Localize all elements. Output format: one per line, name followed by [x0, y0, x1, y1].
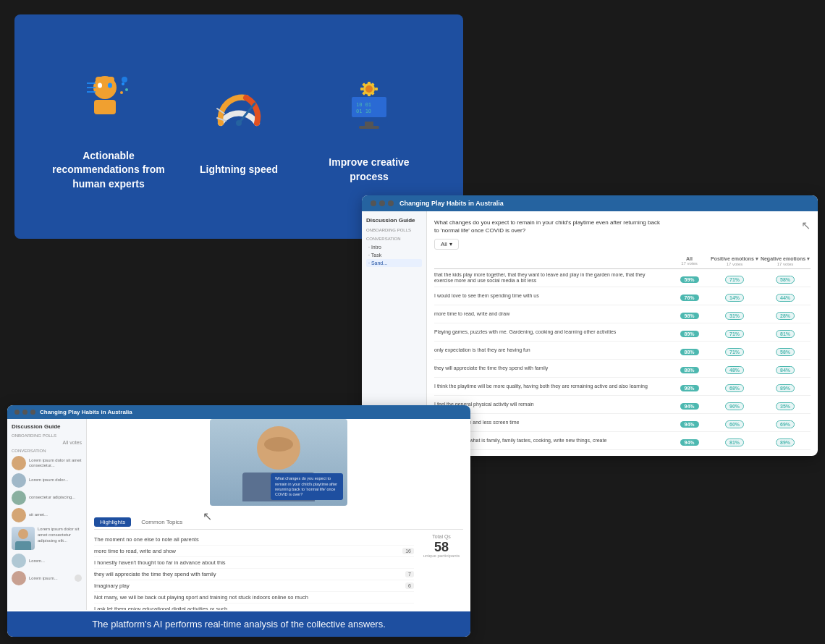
- table-row-tr: that the kids play more together, that t…: [434, 269, 811, 287]
- table-row-tr: I would love to see them spending time w…: [434, 287, 811, 305]
- conv-item-2[interactable]: Lorem ipsum dolor...: [12, 473, 82, 488]
- svg-point-13: [236, 120, 242, 126]
- table-row-tr: they will appreciate the time they spend…: [434, 360, 811, 378]
- table-row-tr: only expectation is that they are having…: [434, 342, 811, 360]
- app-title-top-right: Changing Play Habits in Australia: [399, 200, 504, 207]
- cursor-icon: ↖: [801, 219, 811, 232]
- speed-label: Lightning speed: [200, 163, 278, 177]
- expert-icon: [72, 62, 145, 135]
- svg-rect-27: [375, 88, 378, 90]
- sidebar-title-tr: Discussion Guide: [366, 217, 422, 224]
- svg-rect-25: [368, 93, 371, 96]
- total-label-bl: Total Qs: [420, 534, 463, 539]
- ai-banner: The platform's AI performs real-time ana…: [7, 611, 470, 637]
- screenshot-bottom-left: Changing Play Habits in Australia Discus…: [7, 405, 470, 637]
- table-row-tr: more time to read, write and draw 98% 31…: [434, 305, 811, 323]
- table-header-tr: All 17 votes Positive emotions ▾ 17 vote…: [434, 254, 811, 269]
- svg-point-9: [125, 88, 128, 91]
- sidebar-count-bl: All votes: [12, 440, 82, 445]
- sidebar-title-bl: Discussion Guide: [12, 423, 82, 430]
- creative-icon: 10 01 01 10: [333, 69, 405, 141]
- conv-item-6[interactable]: Lorem...: [12, 554, 82, 568]
- sidebar-conv-bl: CONVERSATION: [12, 449, 82, 453]
- highlight-row: Imaginary play6: [94, 580, 414, 592]
- feature-speed: Lightning speed: [181, 76, 297, 177]
- conv-item-1[interactable]: Lorem ipsum dolor sit amet consectetur..…: [12, 456, 82, 470]
- svg-rect-18: [365, 122, 373, 126]
- table-row-tr: I feel the general physical activity wil…: [434, 396, 811, 414]
- highlight-row: Not many, we will be back out playing sp…: [94, 592, 414, 603]
- svg-rect-3: [96, 77, 114, 82]
- highlight-row: I honestly haven't thought too far in ad…: [94, 557, 414, 569]
- svg-rect-24: [368, 82, 371, 85]
- svg-rect-4: [87, 82, 96, 84]
- feature-creative: 10 01 01 10 Improve creative process: [311, 69, 427, 184]
- svg-rect-7: [94, 100, 116, 114]
- response-count-bl: 58: [420, 541, 463, 554]
- highlight-row: more time to read, write and show16: [94, 546, 414, 557]
- svg-rect-6: [87, 91, 96, 93]
- sidebar-section-conv-tr: CONVERSATION: [366, 237, 422, 241]
- table-row-tr: I think the playtime will be more qualit…: [434, 378, 811, 396]
- sidebar-item-intro-tr[interactable]: · Intro: [366, 243, 422, 251]
- app-title-bl: Changing Play Habits in Australia: [40, 409, 132, 415]
- svg-text:10 01: 10 01: [356, 102, 371, 108]
- creative-label: Improve creative process: [311, 156, 427, 184]
- speed-icon: [203, 76, 275, 148]
- table-row-tr: more sibling play and cooking time 94% 8…: [434, 450, 811, 452]
- highlight-row: The moment no one else to note all paren…: [94, 534, 414, 546]
- svg-point-2: [108, 82, 112, 88]
- sidebar-item-task-tr[interactable]: · Task: [366, 251, 422, 259]
- highlights-rows: The moment no one else to note all paren…: [94, 534, 414, 610]
- svg-rect-26: [360, 88, 363, 90]
- svg-rect-5: [87, 87, 96, 88]
- filter-all-tr[interactable]: All ▾: [434, 239, 459, 250]
- table-row-tr: well, they learn what is family, family …: [434, 432, 811, 450]
- response-sublabel-bl: unique participants: [420, 554, 463, 558]
- svg-point-8: [122, 82, 124, 85]
- svg-text:01 10: 01 10: [356, 109, 371, 114]
- feature-expert: Actionable recommendations from human ex…: [51, 62, 166, 192]
- conv-item-4[interactable]: sit amet...: [12, 508, 82, 522]
- sidebar-item-active-tr[interactable]: · Sand...: [366, 259, 422, 267]
- conv-item-5[interactable]: Lorem ipsum dolor sit amet consectetur a…: [12, 527, 82, 550]
- sidebar-polls-bl: ONBOARDING POLLS: [12, 433, 82, 438]
- sidebar-section-polls-tr: ONBOARDING POLLS: [366, 228, 422, 232]
- svg-point-23: [365, 85, 373, 93]
- tab-common-topics[interactable]: Common Topics: [135, 517, 188, 527]
- table-row-tr: more family time and less screen time 94…: [434, 414, 811, 432]
- highlight-row: I ask let them enjoy educational digital…: [94, 603, 414, 610]
- highlights-list: The moment no one else to note all paren…: [94, 534, 414, 610]
- svg-rect-19: [359, 126, 379, 129]
- conv-item-3[interactable]: consectetur adipiscing...: [12, 491, 82, 505]
- svg-point-11: [122, 77, 127, 82]
- table-row-tr: Playing games, puzzles with me. Gardenin…: [434, 323, 811, 342]
- tab-highlights[interactable]: Highlights: [94, 517, 131, 527]
- svg-point-10: [120, 91, 123, 94]
- question-text-tr: What changes do you expect to remain in …: [434, 219, 666, 234]
- expert-label: Actionable recommendations from human ex…: [51, 149, 166, 192]
- conv-item-7[interactable]: Lorem ipsum...: [12, 571, 82, 585]
- video-area: What changes do you expect to remain in …: [210, 419, 347, 506]
- speech-bubble: What changes do you expect to remain in …: [271, 473, 343, 500]
- svg-point-1: [98, 82, 102, 88]
- highlight-row: they will appreciate the time they spend…: [94, 569, 414, 580]
- table-rows-tr: that the kids play more together, that t…: [434, 269, 811, 452]
